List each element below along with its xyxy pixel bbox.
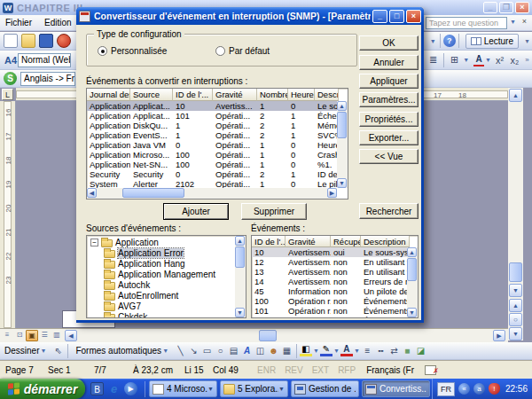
- tree-item[interactable]: −Application: [87, 237, 246, 247]
- scrollbar-thumb[interactable]: [259, 330, 277, 341]
- start-button[interactable]: démarrer: [0, 379, 85, 399]
- next-page-icon[interactable]: ▼: [509, 327, 522, 340]
- scrollbar-thumb[interactable]: [235, 246, 245, 268]
- close-question-icon[interactable]: ×: [522, 17, 527, 26]
- exporter-button[interactable]: Exporter...: [359, 130, 419, 145]
- security-shield-icon[interactable]: !: [489, 383, 500, 395]
- arrow-icon[interactable]: ↘: [187, 346, 200, 356]
- chevron-down-icon[interactable]: ▼: [333, 348, 340, 354]
- scrollbar-thumb[interactable]: [407, 258, 417, 281]
- scroll-down-icon[interactable]: ▼: [337, 178, 347, 188]
- radio-par-defaut[interactable]: Par défaut: [215, 46, 270, 56]
- tree-item[interactable]: Application Management: [87, 269, 246, 279]
- tree-item[interactable]: Chkdsk: [87, 311, 246, 318]
- scrollbar-thumb[interactable]: [122, 188, 184, 198]
- taskbar-button[interactable]: 5 Explora...▼: [220, 380, 288, 397]
- scroll-right-icon[interactable]: ▶: [493, 330, 505, 341]
- list-row[interactable]: 10Avertissem...ouiLe sous-système: [252, 247, 418, 257]
- normal-view-icon[interactable]: ≡: [1, 330, 13, 341]
- column-header[interactable]: Heure: [288, 89, 315, 101]
- hide-icons-chevron-icon[interactable]: «: [458, 383, 470, 395]
- column-header[interactable]: Gravité: [213, 89, 257, 101]
- chevron-down-icon[interactable]: ▼: [485, 57, 491, 63]
- styles-icon[interactable]: A4: [4, 53, 18, 67]
- scrollbar-thumb[interactable]: [337, 112, 347, 138]
- justify-icon[interactable]: ≣: [426, 54, 441, 66]
- table-row[interactable]: ApplicationApplicat...10Avertiss...10Le …: [87, 101, 348, 111]
- permission-icon[interactable]: [57, 34, 71, 48]
- tab-selector[interactable]: L: [2, 89, 13, 100]
- appliquer-button[interactable]: Appliquer: [359, 74, 419, 89]
- table-vertical-scrollbar[interactable]: ▲ ▼: [337, 101, 348, 188]
- scroll-down-icon[interactable]: ▼: [407, 308, 417, 317]
- word-vertical-scrollbar[interactable]: ▲ ▼ ▲ ○ ▼: [508, 88, 523, 340]
- table-row[interactable]: ApplicationEventS...1Opérati...21SVC%: [87, 130, 348, 140]
- list-row[interactable]: 101Opération r...nonÉvénements blo: [252, 306, 418, 316]
- dialog-minimize-button[interactable]: _: [372, 10, 387, 23]
- scroll-down-icon[interactable]: ▼: [509, 284, 522, 297]
- list-row[interactable]: 102Opération r...nonÉvénements d'a: [252, 316, 418, 318]
- tree-item[interactable]: Application Hang: [87, 258, 246, 269]
- scrollbar-thumb[interactable]: [509, 262, 522, 282]
- tree-item[interactable]: Autochk: [87, 279, 246, 290]
- list-row[interactable]: 13Avertissem...nonEn utilisant votre: [252, 267, 418, 277]
- subscript-icon[interactable]: x₂: [507, 55, 522, 66]
- shadow-style-icon[interactable]: ■: [401, 346, 414, 356]
- borders-icon[interactable]: ⊞: [447, 54, 462, 66]
- new-document-icon[interactable]: [4, 34, 18, 48]
- tree-item[interactable]: AutoEnrollment: [87, 290, 246, 301]
- table-row[interactable]: ApplicationNet-SN...100Opérati...10%1.: [87, 160, 348, 169]
- wordart-icon[interactable]: A: [240, 346, 254, 356]
- column-header[interactable]: Nombre: [257, 89, 288, 101]
- clipart-icon[interactable]: ☻: [267, 346, 280, 356]
- table-row[interactable]: ApplicationMicroso...100Opérati...10Cras…: [87, 150, 348, 160]
- list-row[interactable]: 12Avertissem...nonEn utilisant votre: [252, 257, 418, 267]
- diagram-icon[interactable]: ◫: [254, 346, 267, 356]
- scroll-left-icon[interactable]: ◀: [65, 330, 77, 341]
- tree-vertical-scrollbar[interactable]: ▲ ▼: [235, 236, 246, 317]
- ask-question-box[interactable]: Tapez une question: [426, 17, 507, 29]
- table-row[interactable]: ApplicationApplicat...101Opérati...21Éch…: [87, 111, 348, 121]
- column-header[interactable]: Journal des...: [87, 89, 130, 101]
- help-icon[interactable]: ?: [443, 35, 456, 47]
- list-row[interactable]: 14Avertissem...nonErreurs de mot d: [252, 277, 418, 286]
- chevron-down-icon[interactable]: ▼: [354, 348, 360, 354]
- list-vertical-scrollbar[interactable]: ▲ ▼: [407, 247, 418, 317]
- select-pointer-icon[interactable]: ⇖: [51, 346, 65, 356]
- column-header[interactable]: Récupé...: [331, 236, 361, 247]
- media-player-icon[interactable]: ▶: [124, 382, 137, 395]
- rechercher-button[interactable]: Rechercher: [359, 203, 419, 219]
- line-color-icon[interactable]: ✎: [320, 345, 332, 356]
- menu-edition[interactable]: Edition: [44, 18, 72, 27]
- chevron-down-icon[interactable]: ▼: [463, 57, 469, 63]
- table-horizontal-scrollbar[interactable]: ◀ ▶: [87, 188, 337, 199]
- parametres-button[interactable]: Paramètres...: [359, 92, 419, 107]
- ok-button[interactable]: OK: [359, 35, 419, 51]
- web-view-icon[interactable]: ⊡: [13, 330, 26, 341]
- dash-style-icon[interactable]: ╍: [374, 346, 387, 356]
- open-file-icon[interactable]: [21, 34, 35, 48]
- list-row[interactable]: 45Information...nonUn pilote de péri: [252, 286, 418, 296]
- scroll-up-icon[interactable]: ▲: [407, 247, 417, 257]
- list-row[interactable]: 100Opération r...nonÉvénements d'a: [252, 296, 418, 306]
- dessiner-button[interactable]: Dessiner ▼: [0, 343, 51, 358]
- dialog-maximize-button[interactable]: □: [389, 10, 404, 23]
- scroll-right-icon[interactable]: ▶: [327, 188, 337, 198]
- outline-view-icon[interactable]: ☰: [38, 330, 51, 341]
- menu-fichier[interactable]: Fichier: [5, 18, 32, 27]
- column-header[interactable]: ID de l'...: [173, 89, 213, 101]
- radio-personnalisee[interactable]: Personnalisée: [98, 46, 167, 56]
- word-restore-button[interactable]: ❐: [499, 2, 513, 13]
- scroll-left-icon[interactable]: ◀: [87, 188, 97, 198]
- chevron-down-icon[interactable]: ▼: [313, 348, 319, 354]
- toolbar-options-icon[interactable]: »: [522, 56, 532, 64]
- event-table[interactable]: Journal des...SourceID de l'...GravitéNo…: [86, 88, 348, 200]
- lecture-button[interactable]: Lecture: [466, 34, 519, 49]
- arrow-style-icon[interactable]: ⇄: [387, 346, 401, 356]
- column-header[interactable]: Description: [361, 236, 410, 247]
- column-header[interactable]: Source: [130, 89, 173, 101]
- taskbar-button[interactable]: Convertiss...: [362, 380, 430, 397]
- textbox-icon[interactable]: ▤: [227, 346, 240, 356]
- ajouter-button[interactable]: Ajouter: [163, 203, 229, 220]
- font-color-icon[interactable]: A: [473, 54, 484, 66]
